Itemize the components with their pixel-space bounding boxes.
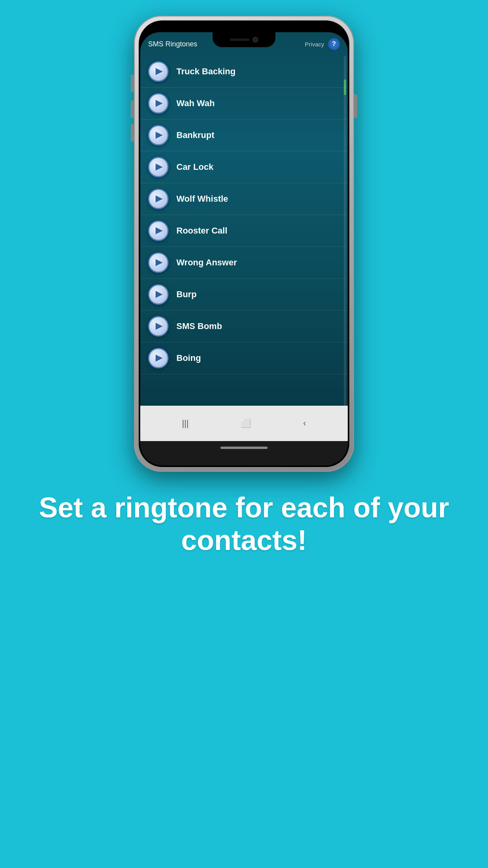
ringtone-list: Truck BackingWah WahBankruptCar LockWolf… [140,56,348,406]
play-icon [156,259,163,266]
play-button-6[interactable] [148,221,169,241]
scrollbar-thumb[interactable] [344,79,346,95]
privacy-link[interactable]: Privacy [305,41,324,48]
ringtone-item[interactable]: Wrong Answer [140,247,348,279]
power-button [354,94,357,118]
ringtone-name: Wrong Answer [176,257,237,268]
status-bar: SMS Ringtones Privacy ? [140,32,348,56]
ringtone-name: Boing [176,353,201,363]
silent-switch [131,124,134,142]
play-icon [156,132,163,139]
play-icon [156,291,163,298]
speaker [230,39,250,41]
ringtone-name: Car Lock [176,162,213,172]
play-icon [156,68,163,75]
volume-down-button [131,100,134,118]
camera [253,37,258,42]
ringtone-name: Bankrupt [176,130,215,140]
ringtone-item[interactable]: Bankrupt [140,120,348,151]
ringtone-name: Rooster Call [176,226,227,236]
play-icon [156,355,163,362]
nav-buttons: ||| ⬜ ‹ [140,406,348,441]
nav-indicator [220,447,268,449]
ringtone-name: Truck Backing [176,66,235,77]
play-button-7[interactable] [148,252,169,273]
ringtone-item[interactable]: Rooster Call [140,215,348,247]
nav-bar: ||| ⬜ ‹ [140,406,348,465]
scrollbar-track [344,56,346,406]
ringtone-item[interactable]: Truck Backing [140,56,348,88]
notch [213,32,275,47]
play-icon [156,164,163,171]
ringtone-name: Wah Wah [176,98,215,108]
play-button-10[interactable] [148,348,169,368]
ringtone-item[interactable]: Wolf Whistle [140,183,348,215]
phone-body: SMS Ringtones Privacy ? Truck BackingWah… [134,16,354,472]
play-icon [156,227,163,234]
play-icon [156,323,163,330]
menu-nav-button[interactable]: ||| [182,418,189,428]
ringtone-item[interactable]: Car Lock [140,151,348,183]
header-right: Privacy ? [305,38,340,50]
ringtone-name: Wolf Whistle [176,194,228,204]
play-button-3[interactable] [148,125,169,145]
play-button-2[interactable] [148,93,169,114]
ringtone-item[interactable]: Wah Wah [140,88,348,120]
play-icon [156,195,163,202]
home-nav-button[interactable]: ⬜ [240,418,251,428]
play-button-5[interactable] [148,189,169,209]
ringtone-name: SMS Bomb [176,321,222,331]
app-title: SMS Ringtones [148,40,197,48]
play-button-8[interactable] [148,284,169,305]
promo-section: Set a ringtone for each of your contacts… [0,491,488,557]
volume-up-button [131,75,134,92]
ringtone-item[interactable]: Burp [140,279,348,311]
promo-text: Set a ringtone for each of your contacts… [31,491,457,557]
ringtone-item[interactable]: SMS Bomb [140,311,348,342]
play-button-9[interactable] [148,316,169,337]
play-button-4[interactable] [148,157,169,177]
phone-screen: SMS Ringtones Privacy ? Truck BackingWah… [140,32,348,406]
play-icon [156,100,163,107]
help-button[interactable]: ? [328,38,340,50]
phone-inner: SMS Ringtones Privacy ? Truck BackingWah… [139,20,349,467]
ringtone-name: Burp [176,289,196,300]
play-button-1[interactable] [148,61,169,82]
phone-mockup: SMS Ringtones Privacy ? Truck BackingWah… [134,16,354,472]
ringtone-item[interactable]: Boing [140,342,348,374]
back-nav-button[interactable]: ‹ [303,418,306,428]
